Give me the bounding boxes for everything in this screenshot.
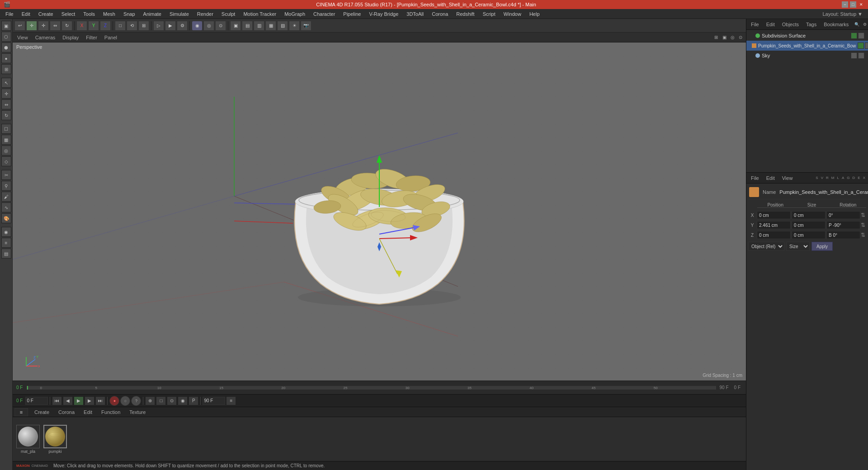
deformer-button[interactable]: ▥ xyxy=(254,21,264,31)
obj-row-sky[interactable]: Sky xyxy=(746,51,868,61)
apply-button[interactable]: Apply xyxy=(811,242,833,251)
attr-rot-z[interactable]: B 0° xyxy=(826,231,860,239)
om-menu-bookmarks[interactable]: Bookmarks xyxy=(821,21,851,28)
menu-mograph[interactable]: MoGraph xyxy=(281,10,309,18)
om-search-icon[interactable]: 🔍 xyxy=(853,21,860,28)
vt-icon-4[interactable]: ⊙ xyxy=(737,34,744,41)
material-item-2[interactable]: pumpki xyxy=(43,425,67,454)
frame-input[interactable] xyxy=(25,397,48,405)
attr-spinner-y[interactable]: ⇅ xyxy=(861,222,866,228)
material-item-1[interactable]: mat_pla xyxy=(16,425,40,454)
attr-menu-view[interactable]: View xyxy=(779,174,796,182)
tool-brush[interactable]: 🖌 xyxy=(1,192,11,202)
grid-toggle[interactable]: ⊞ xyxy=(138,21,149,31)
redo-button[interactable]: ✛ xyxy=(26,21,37,31)
menu-script[interactable]: Script xyxy=(479,10,499,18)
move-tool[interactable]: ✛ xyxy=(38,21,49,31)
attr-pos-x[interactable]: 0 cm xyxy=(757,211,791,219)
om-menu-objects[interactable]: Objects xyxy=(779,21,802,28)
menu-simulate[interactable]: Simulate xyxy=(166,10,193,18)
attr-size-x[interactable]: 0 cm xyxy=(792,211,826,219)
render-view[interactable]: ▶ xyxy=(165,21,176,31)
attr-spinner-z[interactable]: ⇅ xyxy=(861,232,866,238)
tool-move[interactable]: ✛ xyxy=(1,89,11,99)
axis-z[interactable]: Z xyxy=(100,21,111,31)
menu-3dtoall[interactable]: 3DToAll xyxy=(403,10,427,18)
attr-spinner-x[interactable]: ⇅ xyxy=(861,212,866,218)
render-settings[interactable]: ⚙ xyxy=(177,21,188,31)
tool-sculpt[interactable]: ◉ xyxy=(1,227,11,237)
tool-poly-select[interactable]: ◇ xyxy=(1,156,11,166)
vt-icon-3[interactable]: ◎ xyxy=(729,34,736,41)
obj-vis-1a[interactable] xyxy=(851,33,857,39)
om-menu-tags[interactable]: Tags xyxy=(803,21,819,28)
key-sel-btn[interactable]: ⊙ xyxy=(167,396,177,405)
mat-menu-function[interactable]: Function xyxy=(99,409,123,416)
menu-render[interactable]: Render xyxy=(193,10,217,18)
size-mode-select[interactable]: Size Scale xyxy=(786,242,810,251)
hair-button[interactable]: ▦ xyxy=(265,21,276,31)
camera-button[interactable]: 📷 xyxy=(301,21,311,31)
tool-edge-mode[interactable]: ⬢ xyxy=(1,42,11,52)
tool-scale[interactable]: ⇔ xyxy=(1,99,11,109)
axis-x[interactable]: X xyxy=(76,21,87,31)
attr-menu-edit[interactable]: Edit xyxy=(764,174,778,182)
obj-vis-1b[interactable] xyxy=(858,33,864,39)
display-wire[interactable]: ◎ xyxy=(203,21,214,31)
tool-rotate[interactable]: ↻ xyxy=(1,110,11,120)
tool-select[interactable]: ↖ xyxy=(1,78,11,88)
rotate-tool[interactable]: ↻ xyxy=(61,21,72,31)
obj-vis-3a[interactable] xyxy=(851,52,857,59)
vt-icon-2[interactable]: ▣ xyxy=(721,34,728,41)
attr-pos-y[interactable]: 2.461 cm xyxy=(757,221,791,229)
tool-point-mode[interactable]: ● xyxy=(1,53,11,63)
menu-character[interactable]: Character xyxy=(310,10,339,18)
motion-btn[interactable]: ◉ xyxy=(178,396,188,405)
object-button[interactable]: ▣ xyxy=(230,21,241,31)
tool-texture[interactable]: ▤ xyxy=(1,249,11,258)
vt-filter[interactable]: Filter xyxy=(83,34,99,41)
tool-magnet[interactable]: ⚲ xyxy=(1,181,11,191)
mat-menu-create[interactable]: Create xyxy=(32,409,52,416)
menu-window[interactable]: Window xyxy=(500,10,525,18)
material-thumb-1[interactable] xyxy=(16,425,40,448)
menu-animate[interactable]: Animate xyxy=(140,10,165,18)
menu-sculpt[interactable]: Sculpt xyxy=(218,10,239,18)
generator-button[interactable]: ▧ xyxy=(277,21,288,31)
light-button[interactable]: ☀ xyxy=(289,21,300,31)
display-shading[interactable]: ◉ xyxy=(192,21,203,31)
scale-tool[interactable]: ⇔ xyxy=(50,21,61,31)
key-mode-btn[interactable]: ⊕ xyxy=(145,396,155,405)
go-end-button[interactable]: ⏭ xyxy=(95,396,105,405)
mat-menu-corona[interactable]: Corona xyxy=(56,409,77,416)
maximize-button[interactable]: □ xyxy=(850,1,856,8)
om-menu-edit[interactable]: Edit xyxy=(764,21,778,28)
tool-spline[interactable]: ∿ xyxy=(1,202,11,212)
end-frame-input[interactable] xyxy=(203,397,225,405)
preview-btn[interactable]: P xyxy=(189,396,198,405)
record-auto-button[interactable]: ? xyxy=(131,396,141,406)
menu-select[interactable]: Select xyxy=(58,10,79,18)
obj-vis-3b[interactable] xyxy=(858,52,864,59)
close-button[interactable]: ✕ xyxy=(858,1,864,8)
menu-mesh[interactable]: Mesh xyxy=(99,10,119,18)
snap-toggle[interactable]: ⟲ xyxy=(127,21,137,31)
attr-rot-x[interactable]: 0° xyxy=(826,211,860,219)
tool-uv-mode[interactable]: ⊞ xyxy=(1,64,11,74)
attr-rot-y[interactable]: P -90° xyxy=(826,221,860,229)
coord-mode-select[interactable]: Object (Rel) World Local xyxy=(748,242,784,251)
om-settings-icon[interactable]: ⚙ xyxy=(861,21,868,28)
viewport-canvas[interactable]: Perspective Grid Spacing : 1 cm Y X Z xyxy=(13,42,746,381)
timeline-bar[interactable]: 0 5 10 15 20 25 30 35 40 45 50 xyxy=(26,386,716,390)
vt-panel[interactable]: Panel xyxy=(102,34,120,41)
mat-menu-edit[interactable]: Edit xyxy=(81,409,95,416)
tool-knife[interactable]: ✂ xyxy=(1,170,11,180)
menu-help[interactable]: Help xyxy=(526,10,543,18)
menu-file[interactable]: File xyxy=(2,10,17,18)
material-thumb-2[interactable] xyxy=(43,425,67,448)
tool-rect-select[interactable]: ▦ xyxy=(1,135,11,145)
tool-layer[interactable]: ≡ xyxy=(1,238,11,248)
fps-btn[interactable]: ≡ xyxy=(226,396,236,405)
menu-pipeline[interactable]: Pipeline xyxy=(340,10,364,18)
record-all-button[interactable]: ○ xyxy=(120,396,130,406)
